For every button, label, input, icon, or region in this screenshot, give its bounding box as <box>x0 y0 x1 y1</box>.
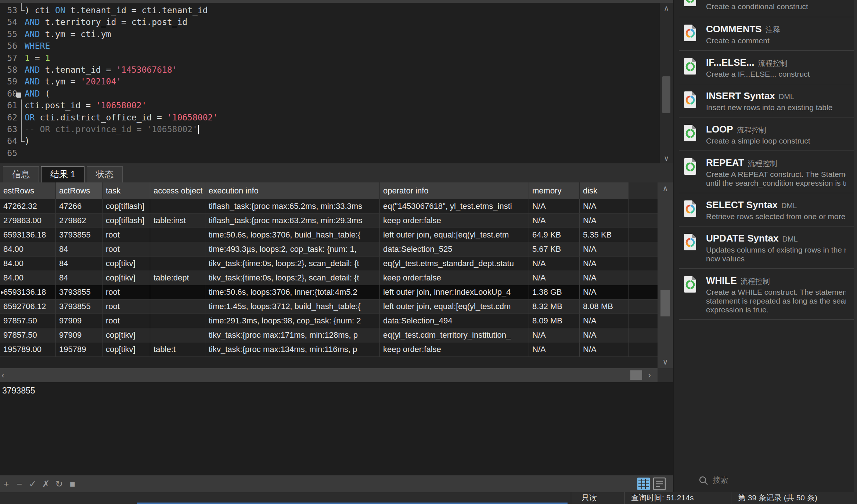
table-cell[interactable]: left outer join, inner:IndexLookUp_4 <box>380 285 529 300</box>
snippet-item-insert-syntax[interactable]: INSERT SyntaxDMLInsert new rows into an … <box>674 84 857 117</box>
code-line[interactable]: 55AND t.ym = cti.ym <box>0 28 658 40</box>
table-cell[interactable]: N/A <box>580 314 629 328</box>
table-row[interactable]: 6593136.183793855roottime:50.6s, loops:3… <box>0 228 658 242</box>
remove-icon[interactable]: − <box>13 475 26 492</box>
table-cell[interactable]: table:dept <box>150 271 205 285</box>
table-cell[interactable] <box>150 242 205 257</box>
scroll-left-icon[interactable]: ‹ <box>1 368 4 382</box>
code-line[interactable]: 56WHERE <box>0 40 658 52</box>
table-cell[interactable]: 8.09 MB <box>529 314 580 328</box>
table-cell[interactable] <box>150 314 205 328</box>
table-cell[interactable] <box>150 328 205 342</box>
table-row[interactable]: 84.0084cop[tikv]table:depttikv_task:{tim… <box>0 271 658 285</box>
table-row[interactable]: 97857.5097909cop[tikv]tikv_task:{proc ma… <box>0 328 658 342</box>
table-cell[interactable]: 97909 <box>56 314 102 328</box>
table-cell[interactable]: time:493.3µs, loops:2, cop_task: {num: 1… <box>205 242 380 257</box>
table-cell[interactable]: keep order:false <box>380 342 529 357</box>
table-row[interactable]: 84.0084roottime:493.3µs, loops:2, cop_ta… <box>0 242 658 257</box>
table-cell[interactable]: 47262.32 <box>0 199 56 214</box>
table-cell[interactable]: N/A <box>529 199 580 214</box>
table-cell[interactable]: root <box>102 285 150 300</box>
scroll-down-icon[interactable]: ∨ <box>658 357 673 367</box>
table-cell[interactable]: 84.00 <box>0 242 56 257</box>
table-cell[interactable]: tikv_task:{proc max:171ms, min:128ms, p <box>205 328 380 342</box>
table-cell[interactable]: root <box>102 242 150 257</box>
table-cell[interactable]: 6592706.12 <box>0 300 56 314</box>
grid-horizontal-scrollbar[interactable]: ‹ › <box>0 368 658 382</box>
table-cell[interactable]: table:t <box>150 342 205 357</box>
table-cell[interactable]: 279862 <box>56 214 102 228</box>
table-cell[interactable]: cop[tiflash] <box>102 199 150 214</box>
table-cell[interactable]: tikv_task:{proc max:134ms, min:116ms, p <box>205 342 380 357</box>
table-cell[interactable]: N/A <box>529 257 580 271</box>
code-line[interactable]: 65 <box>0 147 658 159</box>
table-cell[interactable]: 84.00 <box>0 257 56 271</box>
sql-editor[interactable]: 53) cti ON t.tenant_id = cti.tenant_id54… <box>0 3 673 163</box>
code-line[interactable]: 571 = 1 <box>0 52 658 64</box>
column-header-actRows[interactable]: actRows <box>56 182 102 199</box>
table-cell[interactable]: cop[tikv] <box>102 328 150 342</box>
table-cell[interactable]: cop[tikv] <box>102 342 150 357</box>
code-line[interactable]: 61cti.post_id = '10658002' <box>0 99 658 111</box>
code-line[interactable]: 62OR cti.district_office_id = '10658002' <box>0 112 658 123</box>
refresh-icon[interactable]: ↻ <box>53 475 65 492</box>
table-cell[interactable]: data:Selection_525 <box>380 242 529 257</box>
snippet-item[interactable]: Create a conditional construct <box>674 0 857 17</box>
snippet-item-comments[interactable]: COMMENTS注释Create a comment <box>674 17 857 50</box>
tab-result-1[interactable]: 结果 1 <box>41 166 84 182</box>
table-cell[interactable]: 195789 <box>56 342 102 357</box>
table-cell[interactable] <box>150 257 205 271</box>
table-cell[interactable]: 8.32 MB <box>529 300 580 314</box>
table-cell[interactable]: 97857.50 <box>0 328 56 342</box>
table-cell[interactable]: N/A <box>580 257 629 271</box>
table-cell[interactable]: eq(yl_test.cdm_territory_institution_ <box>380 328 529 342</box>
stop-icon[interactable]: ■ <box>66 475 79 492</box>
text-view-icon[interactable] <box>653 477 666 490</box>
column-header-access-object[interactable]: access object <box>150 182 205 199</box>
table-cell[interactable]: 5.35 KB <box>580 228 629 242</box>
snippet-search[interactable]: 搜索 <box>674 473 857 488</box>
table-cell[interactable]: 97909 <box>56 328 102 342</box>
table-cell[interactable]: time:1.45s, loops:3712, build_hash_table… <box>205 300 380 314</box>
grid-vertical-scrollbar[interactable]: ∧ ∨ <box>658 182 673 368</box>
table-cell[interactable]: N/A <box>580 199 629 214</box>
table-cell[interactable]: time:291.3ms, loops:98, cop_task: {num: … <box>205 314 380 328</box>
table-cell[interactable]: N/A <box>529 214 580 228</box>
table-cell[interactable]: N/A <box>529 271 580 285</box>
table-cell[interactable]: 64.9 KB <box>529 228 580 242</box>
table-cell[interactable]: 84 <box>56 257 102 271</box>
table-cell[interactable] <box>150 300 205 314</box>
table-cell[interactable]: time:50.6s, loops:3706, build_hash_table… <box>205 228 380 242</box>
table-row[interactable]: 6593136.183793855roottime:50.6s, loops:3… <box>0 285 658 300</box>
table-cell[interactable]: 3793855 <box>56 285 102 300</box>
table-cell[interactable]: 84.00 <box>0 271 56 285</box>
table-cell[interactable]: 195789.00 <box>0 342 56 357</box>
table-cell[interactable]: 84 <box>56 242 102 257</box>
code-line[interactable]: 54AND t.territory_id = cti.post_id <box>0 16 658 28</box>
scroll-up-icon[interactable]: ∧ <box>658 184 673 193</box>
table-cell[interactable]: 6593136.18 <box>0 285 56 300</box>
table-cell[interactable]: tikv_task:{time:0s, loops:2}, scan_detai… <box>205 257 380 271</box>
table-cell[interactable]: N/A <box>580 214 629 228</box>
snippet-item-if-else[interactable]: IF...ELSE...流程控制Create a IF...ELSE... co… <box>674 51 857 84</box>
grid-view-icon[interactable] <box>637 477 650 490</box>
table-cell[interactable]: keep order:false <box>380 214 529 228</box>
scroll-right-icon[interactable]: › <box>648 368 651 382</box>
code-line[interactable]: 60AND ( <box>0 88 658 99</box>
snippet-item-update-syntax[interactable]: UPDATE SyntaxDMLUpdates columns of exist… <box>674 226 857 268</box>
table-cell[interactable]: data:Selection_494 <box>380 314 529 328</box>
table-cell[interactable]: 279863.00 <box>0 214 56 228</box>
table-cell[interactable]: tikv_task:{time:0s, loops:2}, scan_detai… <box>205 271 380 285</box>
editor-scrollbar[interactable]: ∧ ∨ <box>660 3 673 163</box>
snippet-item-repeat[interactable]: REPEAT流程控制Create A REPEAT construct. The… <box>674 151 857 193</box>
tab-info[interactable]: 信息 <box>3 166 39 182</box>
explain-result-grid[interactable]: estRowsactRowstaskaccess objectexecution… <box>0 182 658 368</box>
table-cell[interactable]: cop[tikv] <box>102 257 150 271</box>
table-cell[interactable]: cop[tiflash] <box>102 214 150 228</box>
cell-value-preview[interactable]: 3793855 <box>0 382 673 475</box>
apply-icon[interactable]: ✓ <box>26 475 39 492</box>
scrollbar-thumb[interactable] <box>660 290 670 316</box>
table-cell[interactable] <box>150 199 205 214</box>
table-cell[interactable]: tiflash_task:{proc max:63.2ms, min:29.3m… <box>205 214 380 228</box>
table-cell[interactable]: root <box>102 314 150 328</box>
